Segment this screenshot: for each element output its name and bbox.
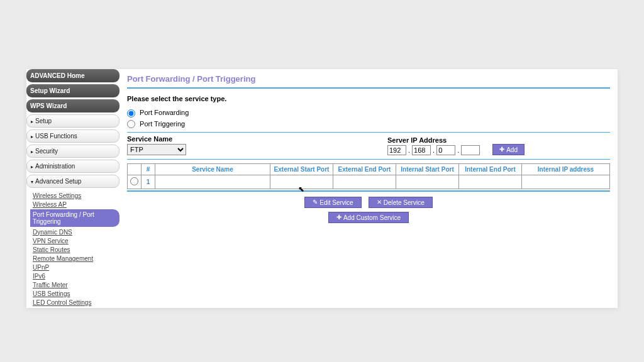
sub-dynamic-dns[interactable]: Dynamic DNS bbox=[33, 228, 119, 236]
ip-octet-1[interactable] bbox=[387, 145, 406, 155]
ip-octet-3[interactable] bbox=[436, 145, 455, 155]
server-ip-label: Server IP Address bbox=[387, 136, 480, 144]
sub-wireless-ap[interactable]: Wireless AP bbox=[33, 200, 119, 209]
cell-ext-end bbox=[333, 175, 396, 189]
col-int-end: Internal End Port bbox=[459, 164, 522, 175]
ip-octet-2[interactable] bbox=[412, 145, 431, 155]
add-custom-service-label: Add Custom Service bbox=[343, 214, 401, 221]
add-button[interactable]: ✚ Add bbox=[492, 144, 525, 155]
col-num: # bbox=[142, 164, 155, 175]
divider bbox=[127, 159, 610, 160]
sub-port-forwarding[interactable]: Port Forwarding / Port Triggering bbox=[30, 209, 119, 227]
col-ext-end: External End Port bbox=[333, 164, 396, 175]
sidebar: ADVANCED Home Setup Wizard WPS Wizard Se… bbox=[26, 69, 119, 308]
delete-service-label: Delete Service bbox=[384, 199, 425, 206]
service-name-label: Service Name bbox=[127, 135, 186, 143]
sub-static-routes[interactable]: Static Routes bbox=[33, 245, 119, 254]
service-name-select[interactable]: FTP bbox=[127, 144, 186, 155]
nav-group-admin[interactable]: Administration bbox=[26, 160, 119, 173]
radio-port-triggering[interactable]: Port Triggering bbox=[127, 120, 185, 128]
sub-led-control[interactable]: LED Control Settings bbox=[33, 298, 119, 307]
page-title: Port Forwarding / Port Triggering bbox=[127, 72, 610, 87]
radio-port-forwarding-input[interactable] bbox=[127, 109, 135, 118]
delete-service-button[interactable]: ✕ Delete Service bbox=[369, 197, 433, 208]
col-int-ip: Internal IP address bbox=[522, 164, 610, 175]
sub-wireless-settings[interactable]: Wireless Settings bbox=[33, 191, 119, 200]
nav-group-advanced[interactable]: Advanced Setup bbox=[26, 175, 119, 188]
sub-upnp[interactable]: UPnP bbox=[33, 263, 119, 272]
sub-remote-mgmt[interactable]: Remote Management bbox=[33, 254, 119, 263]
row-select-radio[interactable] bbox=[130, 177, 138, 185]
cell-int-ip bbox=[522, 175, 610, 189]
sub-vpn-service[interactable]: VPN Service bbox=[33, 236, 119, 245]
pencil-icon: ✎ bbox=[313, 199, 318, 206]
edit-service-label: Edit Service bbox=[319, 199, 353, 206]
cell-service-name bbox=[155, 175, 270, 189]
nav-group-security[interactable]: Security bbox=[26, 145, 119, 158]
row-num: 1 bbox=[142, 175, 155, 189]
add-custom-service-button[interactable]: ✚ Add Custom Service bbox=[328, 212, 409, 223]
radio-port-triggering-label: Port Triggering bbox=[140, 120, 185, 128]
advanced-submenu: Wireless Settings Wireless AP Port Forwa… bbox=[26, 190, 119, 308]
plus-icon: ✚ bbox=[499, 146, 504, 153]
col-select bbox=[128, 164, 142, 175]
plus-icon: ✚ bbox=[336, 214, 341, 221]
radio-port-forwarding-label: Port Forwarding bbox=[140, 109, 189, 116]
col-service-name: Service Name bbox=[155, 164, 270, 175]
rules-table: # Service Name External Start Port Exter… bbox=[127, 163, 610, 189]
nav-setup-wizard[interactable]: Setup Wizard bbox=[26, 84, 119, 97]
cell-ext-start bbox=[270, 175, 333, 189]
add-button-label: Add bbox=[506, 146, 518, 153]
nav-group-setup[interactable]: Setup bbox=[26, 114, 119, 128]
cell-int-end bbox=[459, 175, 522, 189]
col-ext-start: External Start Port bbox=[270, 164, 333, 175]
nav-group-usb[interactable]: USB Functions bbox=[26, 129, 119, 143]
cell-int-start bbox=[396, 175, 459, 189]
sub-usb-settings[interactable]: USB Settings bbox=[33, 289, 119, 298]
nav-wps-wizard[interactable]: WPS Wizard bbox=[26, 99, 119, 112]
sub-traffic-meter[interactable]: Traffic Meter bbox=[33, 280, 119, 289]
x-icon: ✕ bbox=[377, 199, 382, 206]
table-row: 1 bbox=[128, 175, 610, 189]
nav-advanced-home[interactable]: ADVANCED Home bbox=[26, 69, 119, 82]
instruction-text: Please select the service type. bbox=[127, 89, 610, 107]
sub-ipv6[interactable]: IPv6 bbox=[33, 272, 119, 280]
main-panel: Port Forwarding / Port Triggering Please… bbox=[119, 69, 618, 308]
ip-octet-4[interactable] bbox=[461, 145, 480, 155]
radio-port-forwarding[interactable]: Port Forwarding bbox=[127, 109, 189, 116]
radio-port-triggering-input[interactable] bbox=[127, 120, 135, 128]
edit-service-button[interactable]: ✎ Edit Service bbox=[304, 197, 361, 208]
col-int-start: Internal Start Port bbox=[396, 164, 459, 175]
